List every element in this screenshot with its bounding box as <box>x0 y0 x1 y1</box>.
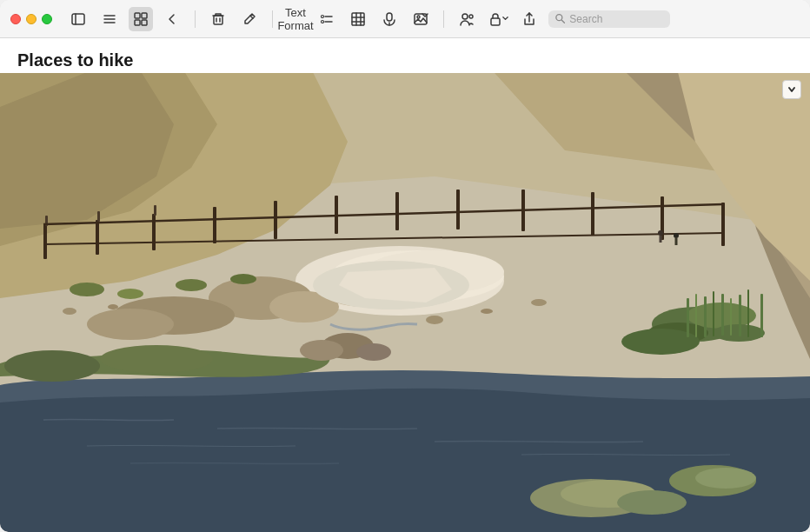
svg-rect-55 <box>97 211 100 222</box>
svg-rect-5 <box>135 13 140 18</box>
svg-point-49 <box>87 309 174 340</box>
svg-point-99 <box>674 233 679 238</box>
svg-point-105 <box>531 299 547 306</box>
svg-point-26 <box>462 14 468 19</box>
search-input[interactable] <box>569 13 663 25</box>
svg-rect-8 <box>142 20 147 25</box>
svg-rect-22 <box>387 13 392 21</box>
svg-rect-56 <box>152 214 156 250</box>
svg-rect-76 <box>704 296 707 337</box>
delete-button[interactable] <box>206 7 230 31</box>
svg-rect-7 <box>135 20 140 25</box>
checklist-button[interactable] <box>315 7 339 31</box>
svg-rect-66 <box>721 203 725 246</box>
image-options-button[interactable] <box>782 80 801 99</box>
svg-point-89 <box>100 345 213 373</box>
svg-point-91 <box>300 340 343 361</box>
svg-line-31 <box>561 20 564 23</box>
landscape-image <box>0 73 810 532</box>
svg-point-87 <box>695 468 756 489</box>
svg-rect-58 <box>213 207 216 243</box>
traffic-lights <box>10 14 52 24</box>
svg-point-101 <box>63 308 76 315</box>
svg-point-97 <box>658 230 663 236</box>
sidebar-toggle-button[interactable] <box>66 7 90 31</box>
gallery-view-button[interactable] <box>129 7 153 31</box>
svg-rect-82 <box>760 294 763 337</box>
svg-rect-52 <box>43 224 47 259</box>
svg-rect-100 <box>675 238 678 245</box>
search-icon <box>555 13 565 24</box>
svg-rect-57 <box>154 205 156 216</box>
maximize-button[interactable] <box>42 14 52 24</box>
note-title: Places to hike <box>17 50 133 70</box>
svg-rect-80 <box>739 295 741 336</box>
svg-point-85 <box>617 490 687 515</box>
svg-rect-28 <box>491 18 500 25</box>
svg-rect-64 <box>591 192 594 236</box>
svg-point-14 <box>322 20 324 23</box>
compose-button[interactable] <box>237 7 262 31</box>
svg-point-93 <box>70 283 104 296</box>
svg-point-94 <box>117 289 143 299</box>
svg-point-25 <box>417 16 420 18</box>
divider-2 <box>272 10 273 28</box>
svg-rect-54 <box>96 220 99 255</box>
svg-point-88 <box>4 350 100 382</box>
svg-rect-81 <box>747 289 749 337</box>
svg-point-92 <box>356 343 391 361</box>
svg-rect-75 <box>695 294 697 337</box>
svg-rect-0 <box>72 14 84 24</box>
svg-rect-79 <box>730 298 732 336</box>
text-format-button[interactable]: Text Format <box>283 7 308 31</box>
media-button[interactable] <box>408 7 433 31</box>
back-button[interactable] <box>160 7 184 31</box>
svg-rect-78 <box>721 294 724 336</box>
minimize-button[interactable] <box>26 14 37 24</box>
svg-rect-6 <box>142 13 147 18</box>
svg-rect-74 <box>687 298 689 337</box>
divider-3 <box>443 10 444 28</box>
titlebar: Text Format <box>0 0 810 38</box>
svg-rect-61 <box>395 192 399 230</box>
close-button[interactable] <box>10 14 21 24</box>
table-button[interactable] <box>346 7 370 31</box>
svg-line-12 <box>250 16 253 18</box>
svg-point-102 <box>108 304 118 309</box>
text-format-label: Text Format <box>277 6 313 32</box>
svg-point-13 <box>322 15 324 17</box>
svg-rect-59 <box>274 201 277 239</box>
divider-1 <box>195 10 196 28</box>
content-area: Places to hike <box>0 38 810 532</box>
list-view-button[interactable] <box>97 7 122 31</box>
svg-rect-77 <box>713 291 714 336</box>
audio-button[interactable] <box>377 7 402 31</box>
svg-rect-62 <box>456 190 460 229</box>
svg-point-27 <box>469 15 473 18</box>
collaborate-button[interactable] <box>455 7 479 31</box>
svg-point-30 <box>556 15 562 21</box>
svg-point-96 <box>230 274 256 284</box>
chevron-down-icon <box>787 85 796 94</box>
svg-rect-17 <box>352 13 364 25</box>
share-button[interactable] <box>517 7 541 31</box>
main-window: Text Format <box>0 0 810 532</box>
search-box[interactable] <box>548 10 670 28</box>
lock-button[interactable] <box>486 7 510 31</box>
svg-point-95 <box>176 279 207 291</box>
svg-point-103 <box>426 316 443 324</box>
svg-rect-98 <box>660 236 662 243</box>
svg-point-104 <box>481 309 493 314</box>
svg-rect-9 <box>214 16 222 24</box>
